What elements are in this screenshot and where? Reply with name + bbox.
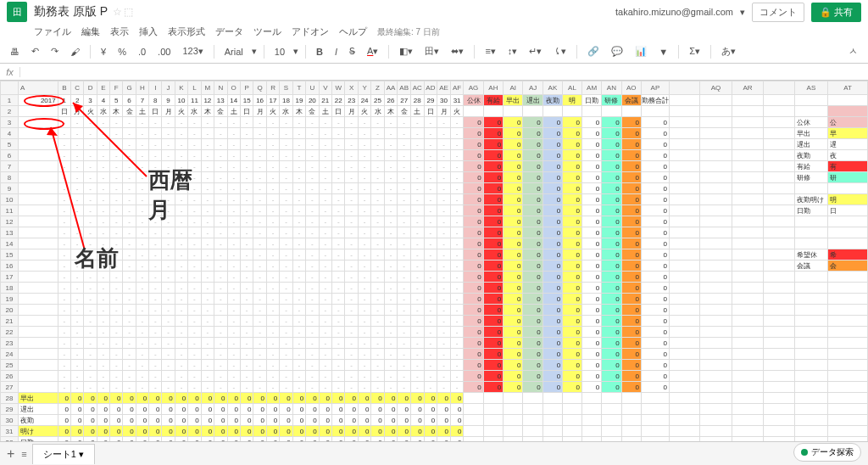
- fx-label: fx: [0, 67, 20, 77]
- menu-addons[interactable]: アドオン: [292, 25, 329, 38]
- wrap-icon[interactable]: ↵▾: [526, 44, 545, 59]
- fill-icon[interactable]: ◧▾: [396, 44, 416, 59]
- inc-dec-icon[interactable]: .00: [154, 45, 174, 59]
- ime-icon[interactable]: あ▾: [718, 43, 739, 59]
- menu-file[interactable]: ファイル: [34, 25, 71, 38]
- border-icon[interactable]: 田▾: [421, 43, 442, 59]
- functions-icon[interactable]: Σ▾: [686, 44, 704, 59]
- comment-button[interactable]: コメント: [752, 3, 804, 22]
- valign-icon[interactable]: ↕▾: [504, 44, 521, 59]
- paint-icon[interactable]: 🖌: [67, 45, 83, 59]
- font-select[interactable]: Arial: [221, 45, 247, 59]
- text-color-icon[interactable]: A▾: [364, 44, 381, 59]
- comment-icon[interactable]: 💬: [608, 44, 626, 59]
- menu-format[interactable]: 表示形式: [168, 25, 205, 38]
- menu-edit[interactable]: 編集: [81, 25, 100, 38]
- strike-icon[interactable]: S̶: [346, 44, 359, 59]
- rotate-icon[interactable]: ⤹▾: [550, 44, 570, 59]
- star-icon[interactable]: ☆: [113, 6, 122, 18]
- undo-icon[interactable]: ↶: [28, 44, 42, 59]
- redo-icon[interactable]: ↷: [47, 44, 62, 59]
- collapse-icon[interactable]: ㅅ: [845, 43, 861, 59]
- menu-insert[interactable]: 挿入: [139, 25, 158, 38]
- link-icon[interactable]: 🔗: [584, 44, 603, 59]
- chart-icon[interactable]: 📊: [632, 44, 650, 59]
- folder-icon[interactable]: ⬚: [124, 6, 133, 18]
- dropdown-icon[interactable]: ▾: [740, 7, 745, 18]
- percent-icon[interactable]: %: [114, 45, 130, 59]
- doc-title[interactable]: 勤務表 原版 P: [34, 4, 108, 20]
- sheet-tab-1[interactable]: シート1 ▾: [32, 444, 95, 464]
- sheet-area[interactable]: ABCDEFGHIJKLMNOPQRSTUVWXYZAAABACADAEAFAG…: [0, 81, 868, 456]
- share-button[interactable]: 🔒共有: [811, 3, 861, 22]
- lock-icon: 🔒: [820, 7, 832, 18]
- font-size[interactable]: 10: [271, 45, 288, 59]
- halign-icon[interactable]: ≡▾: [481, 44, 498, 59]
- explore-icon: [801, 449, 808, 456]
- bold-icon[interactable]: B: [313, 45, 326, 59]
- print-icon[interactable]: 🖶: [7, 45, 23, 59]
- filter-icon[interactable]: ▼: [655, 45, 671, 59]
- spreadsheet-grid[interactable]: ABCDEFGHIJKLMNOPQRSTUVWXYZAAABACADAEAFAG…: [0, 81, 868, 456]
- explore-button[interactable]: データ探索: [793, 443, 861, 462]
- all-sheets-icon[interactable]: ≡: [21, 449, 26, 459]
- merge-icon[interactable]: ⬌▾: [448, 44, 467, 59]
- add-sheet-icon[interactable]: +: [7, 446, 14, 462]
- menu-bar: ファイル 編集 表示 挿入 表示形式 データ ツール アドオン ヘルプ 最終編集…: [0, 24, 868, 40]
- format-menu[interactable]: 123▾: [179, 44, 206, 59]
- toolbar: 🖶 ↶ ↷ 🖌 ¥ % .0 .00 123▾ Arial▾ 10▾ B I S…: [0, 40, 868, 64]
- menu-help[interactable]: ヘルプ: [339, 25, 367, 38]
- menu-view[interactable]: 表示: [110, 25, 129, 38]
- italic-icon[interactable]: I: [331, 45, 341, 59]
- dec-dec-icon[interactable]: .0: [135, 45, 149, 59]
- currency-icon[interactable]: ¥: [97, 45, 109, 59]
- sheet-tabs: + ≡ シート1 ▾: [0, 441, 868, 465]
- last-edit: 最終編集: 7 日前: [377, 26, 440, 38]
- menu-tools[interactable]: ツール: [253, 25, 281, 38]
- menu-data[interactable]: データ: [215, 25, 243, 38]
- user-email[interactable]: takahiro.mizuno@gmail.com: [615, 7, 733, 17]
- sheets-logo: 田: [7, 2, 27, 22]
